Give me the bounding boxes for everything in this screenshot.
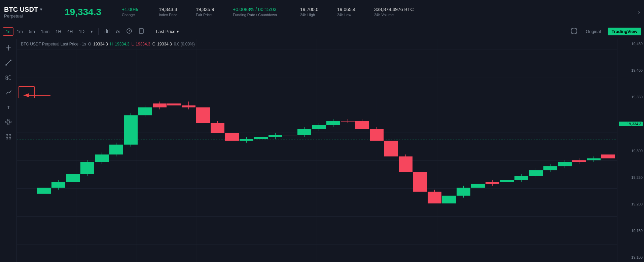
stat-24h-volume: 338,878.4976 BTC 24h Volume: [374, 7, 428, 17]
price-level: 19,400: [619, 68, 643, 72]
speedometer-icon[interactable]: [123, 27, 135, 37]
funding-rate-label: Funding Rate / Countdown: [233, 13, 293, 17]
scissors-tool[interactable]: [4, 73, 13, 82]
indicators-icon[interactable]: [101, 27, 113, 37]
fullscreen-icon[interactable]: [569, 27, 579, 37]
stat-24h-high: 19,700.0 24h High: [300, 7, 330, 17]
symbol-name[interactable]: BTC USDT ▾: [4, 6, 58, 13]
svg-point-6: [129, 30, 130, 31]
index-price-value: 19,343.3: [159, 7, 189, 12]
volume-value: 338,878.4976 BTC: [374, 7, 428, 12]
price-axis: 19,450 19,400 19,350 19,334.3 19,300 19,…: [617, 39, 644, 262]
svg-point-17: [6, 76, 8, 78]
svg-rect-29: [6, 134, 8, 136]
ohlc-change: 0.0 (0.00%): [174, 42, 195, 46]
svg-rect-31: [6, 137, 8, 139]
svg-line-20: [8, 78, 11, 80]
ohlc-c-val: 19334.3: [157, 42, 172, 46]
stat-funding-rate: +0.0083% / 00:15:03 Funding Rate / Count…: [233, 7, 293, 17]
fx-icon[interactable]: fx: [113, 28, 123, 35]
symbol-subtype: Perpetual: [4, 13, 58, 19]
ohlc-l-val: 19334.3: [136, 42, 150, 46]
tf-more-dropdown[interactable]: ▾: [88, 28, 96, 35]
change-value: +1.00%: [122, 7, 152, 12]
ohlc-l-label: L: [132, 42, 134, 46]
line-tool[interactable]: [4, 58, 13, 67]
svg-point-21: [5, 121, 7, 123]
svg-line-28: [7, 122, 8, 124]
svg-rect-32: [9, 137, 11, 139]
tf-5m[interactable]: 5m: [26, 28, 38, 35]
text-tool[interactable]: T: [4, 102, 13, 112]
high-label: 24h High: [300, 13, 330, 17]
tf-1s[interactable]: 1s: [3, 27, 13, 36]
chart-info-bar: BTC USDT Perpetual Last Price · 1s O 193…: [21, 42, 195, 46]
symbol-block[interactable]: BTC USDT ▾ Perpetual: [4, 6, 58, 19]
svg-point-23: [9, 121, 11, 123]
ohlc-c-label: C: [152, 42, 155, 46]
tf-1h[interactable]: 1H: [53, 28, 64, 35]
header-bar: BTC USDT ▾ Perpetual 19,334.3 +1.00% Cha…: [0, 0, 644, 24]
tf-1d[interactable]: 1D: [76, 28, 87, 35]
high-value: 19,700.0: [300, 7, 330, 12]
ohlc-h-label: H: [110, 42, 113, 46]
toolbar-separator-1: [98, 28, 99, 35]
volume-label: 24h Volume: [374, 13, 428, 17]
change-label: Change: [122, 13, 152, 17]
layout-tool[interactable]: [4, 132, 13, 141]
price-level: 19,150: [619, 229, 643, 233]
stat-index-price: 19,343.3 Index Price: [159, 7, 189, 17]
ohlc-o-val: 19334.3: [93, 42, 108, 46]
svg-point-18: [6, 78, 8, 80]
svg-rect-1: [106, 29, 107, 33]
pen-tool[interactable]: [4, 88, 13, 97]
price-level: 19,334.3: [619, 122, 643, 126]
svg-point-16: [10, 60, 11, 61]
symbol-text: BTC USDT: [4, 6, 38, 13]
fair-price-label: Fair Price: [196, 13, 226, 17]
chart-container: T BTC USDT Perpetu: [0, 39, 644, 262]
svg-line-27: [9, 122, 10, 124]
last-price-dropdown[interactable]: Last Price ▾: [153, 28, 183, 35]
svg-rect-3: [109, 29, 109, 33]
svg-line-14: [6, 60, 11, 65]
tf-4h[interactable]: 4H: [65, 28, 76, 35]
toolbar-right: Original TradingView: [569, 27, 641, 37]
tf-1m[interactable]: 1m: [14, 28, 26, 35]
price-level: 19,300: [619, 149, 643, 153]
low-value: 19,065.4: [337, 7, 367, 12]
chart-toolbar: 1s 1m 5m 15m 1H 4H 1D ▾ fx Last Price: [0, 24, 644, 39]
price-level: 19,100: [619, 255, 643, 259]
notes-icon[interactable]: [136, 27, 147, 37]
price-level: 19,450: [619, 42, 643, 46]
stat-fair-price: 19,335.9 Fair Price: [196, 7, 226, 17]
index-price-label: Index Price: [159, 13, 189, 17]
main-price: 19,334.3: [65, 7, 115, 18]
crosshair-tool[interactable]: [4, 43, 13, 53]
candlestick-chart[interactable]: [17, 39, 617, 262]
svg-rect-0: [105, 31, 105, 33]
svg-point-15: [5, 64, 7, 66]
more-icon[interactable]: ›: [638, 8, 640, 15]
last-price-chevron: ▾: [177, 29, 179, 34]
toolbar-separator-2: [150, 28, 150, 35]
fair-price-value: 19,335.9: [196, 7, 226, 12]
symbol-dropdown-icon[interactable]: ▾: [40, 7, 42, 12]
original-view-btn[interactable]: Original: [582, 28, 605, 35]
ohlc-h-val: 19334.3: [115, 42, 129, 46]
chart-main[interactable]: BTC USDT Perpetual Last Price · 1s O 193…: [17, 39, 617, 262]
tradingview-btn[interactable]: TradingView: [608, 28, 641, 35]
ohlc-o-label: O: [88, 42, 91, 46]
svg-line-19: [8, 75, 11, 76]
node-tool[interactable]: [4, 117, 13, 127]
tf-15m[interactable]: 15m: [38, 28, 52, 35]
svg-rect-2: [107, 30, 108, 33]
last-price-label: Last Price: [156, 29, 176, 34]
stat-24h-low: 19,065.4 24h Low: [337, 7, 367, 17]
annotation-arrow: [20, 90, 54, 100]
chart-tools-panel: T: [0, 39, 17, 262]
header-right: ›: [638, 8, 640, 15]
svg-line-25: [7, 121, 8, 122]
svg-rect-30: [9, 134, 11, 136]
funding-rate-value: +0.0083% / 00:15:03: [233, 7, 293, 12]
